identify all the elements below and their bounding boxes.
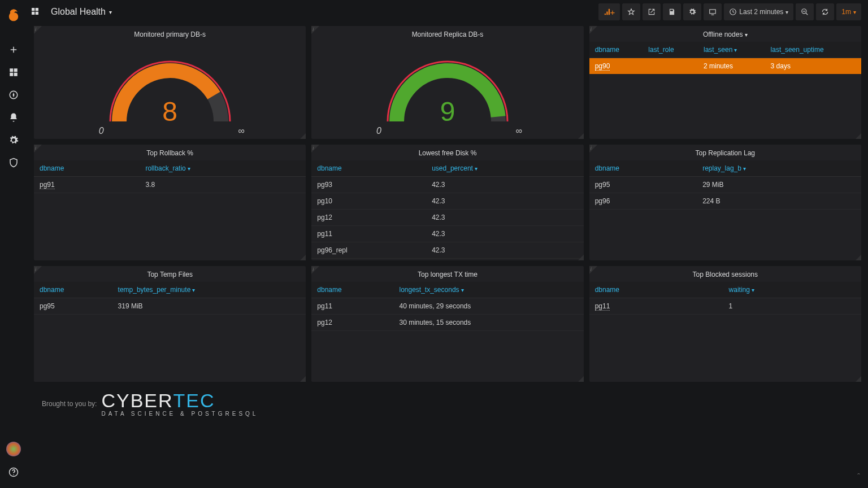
- cell-value: 30 minutes, 15 seconds: [393, 315, 583, 331]
- chevron-down-icon: ▾: [785, 9, 788, 15]
- cell-dbname: pg93: [311, 177, 426, 193]
- refresh-interval-button[interactable]: 1m ▾: [836, 3, 861, 20]
- table-row: pg96224 B: [589, 193, 861, 210]
- offline-table: dbnamelast_rolelast_seen▾last_seen_uptim…: [589, 42, 861, 74]
- time-range-button[interactable]: Last 2 minutes ▾: [724, 3, 793, 20]
- brand-text-1: CYBER: [101, 390, 173, 411]
- dashboard-grid-icon[interactable]: [31, 7, 46, 18]
- panel-resize-handle[interactable]: [856, 376, 861, 382]
- panel-resize-handle[interactable]: [578, 133, 584, 139]
- panel-menu-icon[interactable]: [34, 145, 42, 152]
- gauge-value: 8: [97, 96, 244, 127]
- cell-dbname[interactable]: pg91: [34, 177, 140, 193]
- panel-menu-icon[interactable]: [589, 145, 597, 152]
- col-dbname[interactable]: dbname: [311, 160, 426, 177]
- col-used_percent[interactable]: used_percent▾: [426, 160, 583, 177]
- panel-menu-icon[interactable]: [311, 145, 319, 152]
- panel-replication-lag[interactable]: Top Replication Lag dbnamereplay_lag_b▾p…: [589, 145, 861, 260]
- table-row: pg111: [589, 298, 861, 315]
- col-replay_lag_b[interactable]: replay_lag_b▾: [697, 160, 861, 177]
- dashboard-title[interactable]: Global Health ▾: [51, 7, 112, 17]
- tv-mode-button[interactable]: [704, 3, 722, 20]
- sort-caret-icon: ▾: [734, 47, 737, 53]
- panel-menu-icon[interactable]: [34, 266, 42, 274]
- add-panel-button[interactable]: +: [598, 3, 620, 20]
- cell-value: 42.3: [426, 242, 583, 259]
- help-icon[interactable]: [2, 461, 25, 483]
- panel-resize-handle[interactable]: [578, 255, 584, 260]
- cell-value: 42.3: [426, 177, 583, 193]
- cell[interactable]: pg90: [589, 58, 643, 75]
- panel-menu-icon[interactable]: [589, 266, 597, 274]
- panel-menu-icon[interactable]: [589, 26, 597, 34]
- panel-menu-icon[interactable]: [311, 26, 319, 34]
- cell-value: 42.3: [426, 210, 583, 226]
- col-last_seen[interactable]: last_seen▾: [698, 42, 765, 58]
- time-range-label: Last 2 minutes: [739, 8, 783, 16]
- star-button[interactable]: [622, 3, 640, 20]
- shield-icon[interactable]: [2, 151, 25, 174]
- panel-top-rollback[interactable]: Top Rollback % dbnamerollback_ratio▾pg91…: [34, 145, 306, 260]
- cell: 3 days: [765, 58, 861, 75]
- table-row: pg9529 MiB: [589, 177, 861, 193]
- panel-lowest-disk[interactable]: Lowest free Disk % dbnameused_percent▾pg…: [311, 145, 583, 260]
- panel-resize-handle[interactable]: [856, 133, 861, 139]
- alert-bell-icon[interactable]: [2, 106, 25, 129]
- panel-resize-handle[interactable]: [300, 376, 306, 382]
- panel-top-temp[interactable]: Top Temp Files dbnametemp_bytes_per_minu…: [34, 266, 306, 382]
- col-last_role[interactable]: last_role: [643, 42, 698, 58]
- footer-prefix: Brought to you by:: [42, 400, 97, 408]
- panel-menu-icon[interactable]: [34, 26, 42, 34]
- panel-menu-icon[interactable]: [311, 266, 319, 274]
- col-dbname[interactable]: dbname: [34, 282, 112, 298]
- col-waiting[interactable]: waiting▾: [723, 282, 861, 298]
- grafana-logo-icon[interactable]: [2, 5, 25, 27]
- panel-top-tx[interactable]: Top longest TX time dbnamelongest_tx_sec…: [311, 266, 583, 382]
- panel-resize-handle[interactable]: [578, 376, 584, 382]
- panel-resize-handle[interactable]: [300, 133, 306, 139]
- col-dbname[interactable]: dbname: [311, 282, 393, 298]
- scroll-top-icon[interactable]: ˆ: [857, 472, 860, 481]
- panel-monitored-primary[interactable]: Monitored primary DB-s 80∞: [34, 26, 306, 139]
- col-dbname[interactable]: dbname: [589, 42, 643, 58]
- cell-value: 40 minutes, 29 seconds: [393, 298, 583, 315]
- panel-resize-handle[interactable]: [856, 255, 861, 260]
- save-button[interactable]: [663, 3, 681, 20]
- add-icon[interactable]: [2, 38, 25, 61]
- col-dbname[interactable]: dbname: [589, 160, 697, 177]
- panel-title: Top Temp Files: [34, 266, 306, 282]
- sort-caret-icon: ▾: [743, 165, 746, 172]
- panel-resize-handle[interactable]: [300, 255, 306, 260]
- settings-gear-icon[interactable]: [2, 129, 25, 151]
- cell-value: 1: [723, 298, 861, 315]
- col-last_seen_uptime[interactable]: last_seen_uptime: [765, 42, 861, 58]
- zoom-out-button[interactable]: [796, 3, 814, 20]
- panel-title: Top Blocked sessions: [589, 266, 861, 282]
- panel-title[interactable]: Offline nodes ▾: [589, 26, 861, 42]
- col-temp_bytes_per_minute[interactable]: temp_bytes_per_minute▾: [112, 282, 306, 298]
- cell-value: 319 MiB: [112, 298, 306, 315]
- col-rollback_ratio[interactable]: rollback_ratio▾: [140, 160, 306, 177]
- dashboards-icon[interactable]: [2, 61, 25, 84]
- table-row: pg96_repl42.3: [311, 242, 583, 259]
- user-avatar[interactable]: [6, 442, 21, 456]
- panel-offline-nodes[interactable]: Offline nodes ▾ dbnamelast_rolelast_seen…: [589, 26, 861, 139]
- cell-value: 42.3: [426, 226, 583, 242]
- sort-caret-icon: ▾: [192, 287, 195, 293]
- col-dbname[interactable]: dbname: [34, 160, 140, 177]
- refresh-button[interactable]: [816, 3, 834, 20]
- cell-dbname[interactable]: pg11: [589, 298, 723, 315]
- explore-icon[interactable]: [2, 84, 25, 106]
- col-longest_tx_seconds[interactable]: longest_tx_seconds▾: [393, 282, 583, 298]
- cell-dbname: pg95: [34, 298, 112, 315]
- panel-monitored-replica[interactable]: Monitored Replica DB-s 90∞: [311, 26, 583, 139]
- settings-button[interactable]: [683, 3, 701, 20]
- side-nav: [0, 0, 27, 488]
- share-button[interactable]: [643, 3, 661, 20]
- svg-rect-4: [710, 10, 716, 14]
- cell-dbname: pg96: [589, 193, 697, 210]
- footer-brand: Brought to you by: CYBERTEC DATA SCIENCE…: [34, 387, 861, 420]
- panel-top-blocked[interactable]: Top Blocked sessions dbnamewaiting▾pg111: [589, 266, 861, 382]
- top-bar: Global Health ▾ + Last 2 minutes ▾ 1m ▾: [27, 0, 868, 24]
- col-dbname[interactable]: dbname: [589, 282, 723, 298]
